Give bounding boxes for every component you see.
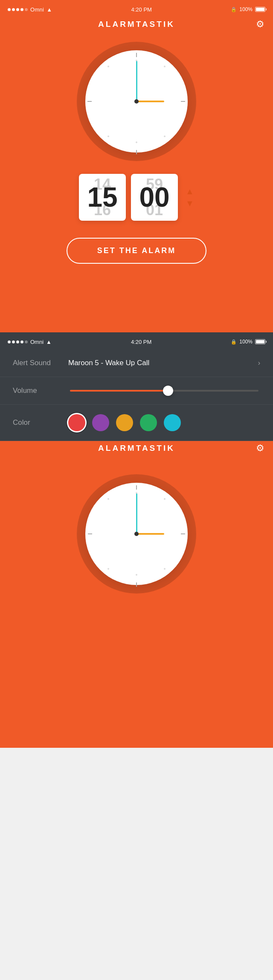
app-header-3: ALARMTASTIK ⚙ (0, 441, 273, 453)
s3-tick-6 (136, 582, 137, 587)
tick-12 (136, 53, 137, 57)
dot-4 (136, 141, 137, 143)
alert-sound-chevron: › (258, 359, 260, 367)
s-lock-icon: 🔒 (231, 339, 237, 345)
s-battery-pct: 100% (239, 339, 253, 345)
set-alarm-button[interactable]: SET THE ALARM (67, 238, 206, 264)
s-battery-icon (255, 339, 265, 344)
alarm-screen-1: Omni ▲ 4:20 PM 🔒 100% ALARMTASTIK ⚙ (0, 0, 273, 332)
volume-slider[interactable] (70, 390, 258, 392)
alarm-screen-3: ALARMTASTIK ⚙ (0, 441, 273, 748)
lock-icon: 🔒 (231, 7, 237, 12)
volume-label: Volume (13, 386, 68, 395)
status-right: 🔒 100% (231, 6, 265, 12)
s3-tick-9 (88, 533, 92, 534)
wifi-icon: ▲ (46, 6, 52, 13)
dot-5 (164, 135, 166, 137)
hours-flip: 14 15 16 (79, 174, 126, 221)
dot-2 (164, 66, 166, 67)
clock-shadow-ring-3 (77, 474, 196, 594)
minutes-card[interactable]: 59 00 01 (131, 174, 178, 221)
battery-icon (255, 7, 265, 12)
volume-thumb[interactable] (163, 386, 173, 396)
s-dot-2 (12, 340, 15, 343)
s3-dot-2 (164, 498, 166, 500)
color-swatch-green[interactable] (140, 414, 157, 431)
s3-clock-center (134, 532, 139, 536)
minute-hand-1 (136, 61, 137, 101)
s-battery-fill (256, 340, 264, 343)
alert-sound-row[interactable]: Alert Sound Maroon 5 - Wake Up Call › (0, 349, 273, 377)
s-signal-dots (8, 340, 28, 343)
s-dot-3 (16, 340, 19, 343)
app-header-1: ALARMTASTIK ⚙ (0, 17, 273, 29)
color-swatch-yellow[interactable] (116, 414, 133, 431)
tick-3 (181, 101, 185, 102)
tick-6 (136, 150, 137, 154)
s3-dot-6 (107, 568, 109, 570)
tick-9 (87, 101, 92, 102)
s-time: 4:20 PM (131, 339, 151, 345)
dot-3 (107, 66, 109, 67)
s3-tick-3 (181, 533, 185, 534)
color-swatch-red[interactable] (68, 414, 85, 431)
s-dot-5 (25, 340, 28, 343)
minutes-current: 00 (139, 182, 170, 213)
stepper-down-button[interactable]: ▼ (186, 199, 194, 208)
signal-dot-4 (20, 8, 23, 11)
volume-fill (70, 390, 168, 392)
s-dot-4 (20, 340, 23, 343)
s-wifi-icon: ▲ (46, 339, 52, 345)
clock-area-1 (0, 29, 273, 170)
s3-minute-hand (136, 493, 137, 534)
battery-percent: 100% (239, 6, 253, 12)
color-swatch-cyan[interactable] (164, 414, 181, 431)
carrier-name: Omni (30, 6, 44, 13)
color-swatch-purple[interactable] (92, 414, 109, 431)
volume-row: Volume (0, 377, 273, 405)
dot-6 (107, 135, 109, 137)
stepper-up-button[interactable]: ▲ (186, 187, 194, 196)
app-title-1: ALARMTASTIK (98, 20, 175, 29)
app-title-3: ALARMTASTIK (98, 444, 175, 453)
color-swatches (68, 414, 260, 431)
clock-shadow-ring-1 (77, 42, 196, 161)
settings-status-bar: Omni ▲ 4:20 PM 🔒 100% (0, 332, 273, 349)
s3-dot-3 (107, 498, 109, 500)
signal-dots (8, 8, 28, 11)
flip-clock-area: 14 15 16 59 00 01 ▲ ▼ (0, 170, 273, 229)
clock-area-3 (0, 453, 273, 606)
s-carrier: Omni (30, 339, 44, 345)
settings-screen: Omni ▲ 4:20 PM 🔒 100% Alert Sound Maroon… (0, 332, 273, 441)
s3-dot-5 (164, 568, 166, 570)
signal-dot-3 (16, 8, 19, 11)
s3-hour-hand (136, 533, 164, 535)
alert-sound-value: Maroon 5 - Wake Up Call (68, 359, 256, 367)
status-bar-1: Omni ▲ 4:20 PM 🔒 100% (0, 0, 273, 17)
settings-button-3[interactable]: ⚙ (256, 443, 264, 454)
minutes-flip: 59 00 01 (131, 174, 178, 221)
s-status-left: Omni ▲ (8, 339, 52, 345)
settings-button-1[interactable]: ⚙ (256, 19, 264, 30)
color-label: Color (13, 418, 68, 427)
hours-current: 15 (87, 182, 118, 213)
clock-center-1 (134, 99, 139, 104)
s3-dot-4 (136, 574, 137, 576)
s-dot-1 (8, 340, 11, 343)
status-left: Omni ▲ (8, 6, 52, 13)
hour-hand-1 (136, 101, 164, 102)
clock-face-3 (85, 483, 188, 585)
signal-dot-1 (8, 8, 11, 11)
s3-tick-12 (136, 485, 137, 490)
hours-card[interactable]: 14 15 16 (79, 174, 126, 221)
battery-fill (256, 8, 264, 11)
signal-dot-5 (25, 8, 28, 11)
alert-sound-label: Alert Sound (13, 359, 68, 367)
clock-face-1 (85, 50, 188, 153)
color-row: Color (0, 405, 273, 441)
status-time: 4:20 PM (131, 6, 152, 13)
signal-dot-2 (12, 8, 15, 11)
set-alarm-area: SET THE ALARM (0, 229, 273, 281)
time-stepper: ▲ ▼ (186, 187, 194, 208)
s-status-right: 🔒 100% (231, 339, 265, 345)
